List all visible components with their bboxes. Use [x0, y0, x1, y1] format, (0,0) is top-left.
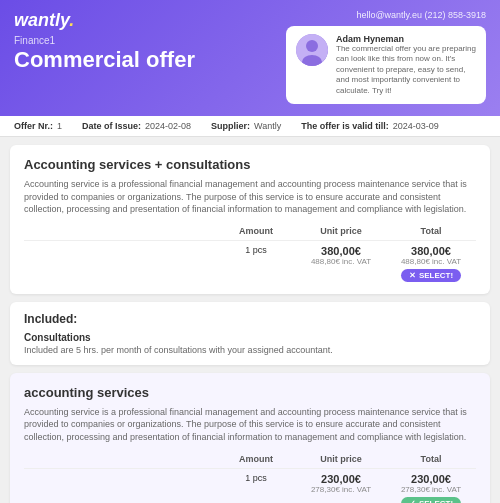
included-section: Included: Consultations Included are 5 h…	[10, 302, 490, 365]
service2-row: 1 pcs 230,00€ 278,30€ inc. VAT 230,00€ 2…	[24, 473, 476, 503]
service1-section: Accounting services + consultations Acco…	[10, 145, 490, 294]
included-item-title: Consultations	[24, 332, 476, 343]
service1-total: 380,00€ 488,80€ inc. VAT ✕ SELECT!	[386, 245, 476, 282]
header-left: wantly. Finance1 Commercial offer	[14, 10, 195, 72]
date-issue: Date of Issue: 2024-02-08	[82, 121, 191, 131]
service1-select-button[interactable]: ✕ SELECT!	[401, 269, 461, 282]
offer-number: Offer Nr.: 1	[14, 121, 62, 131]
doc-title: Commercial offer	[14, 48, 195, 72]
advisor-card: Adam Hyneman The commercial offer you ar…	[286, 26, 486, 104]
logo: wantly.	[14, 10, 195, 31]
service1-row: 1 pcs 380,00€ 488,80€ inc. VAT 380,00€ 4…	[24, 245, 476, 282]
valid-till: The offer is valid till: 2024-03-09	[301, 121, 439, 131]
included-title: Included:	[24, 312, 476, 326]
meta-bar: Offer Nr.: 1 Date of Issue: 2024-02-08 S…	[0, 116, 500, 137]
header-right: hello@wantly.eu (212) 858-3918 Adam Hyne…	[286, 10, 486, 104]
supplier: Supplier: Wantly	[211, 121, 281, 131]
service1-amount: 1 pcs	[216, 245, 296, 255]
table-header-1: Amount Unit price Total	[24, 226, 476, 241]
included-item-desc: Included are 5 hrs. per month of consult…	[24, 345, 476, 355]
header-contact: hello@wantly.eu (212) 858-3918	[356, 10, 486, 20]
service2-amount: 1 pcs	[216, 473, 296, 483]
service2-total: 230,00€ 278,30€ inc. VAT ✓ SELECT!	[386, 473, 476, 503]
table-header-2: Amount Unit price Total	[24, 454, 476, 469]
service2-select-button[interactable]: ✓ SELECT!	[401, 497, 461, 503]
finance-label: Finance1	[14, 35, 195, 46]
advisor-avatar	[296, 34, 328, 66]
service2-desc: Accounting service is a professional fin…	[24, 406, 476, 444]
service2-price: 230,00€ 278,30€ inc. VAT	[296, 473, 386, 494]
advisor-desc: The commercial offer you are preparing c…	[336, 44, 476, 96]
service1-price: 380,00€ 488,80€ inc. VAT	[296, 245, 386, 266]
service2-section: accounting services Accounting service i…	[10, 373, 490, 503]
svg-point-1	[306, 40, 318, 52]
header: wantly. Finance1 Commercial offer hello@…	[0, 0, 500, 116]
service1-desc: Accounting service is a professional fin…	[24, 178, 476, 216]
service1-title: Accounting services + consultations	[24, 157, 476, 172]
advisor-name: Adam Hyneman	[336, 34, 476, 44]
advisor-text: Adam Hyneman The commercial offer you ar…	[336, 34, 476, 96]
service2-title: accounting services	[24, 385, 476, 400]
